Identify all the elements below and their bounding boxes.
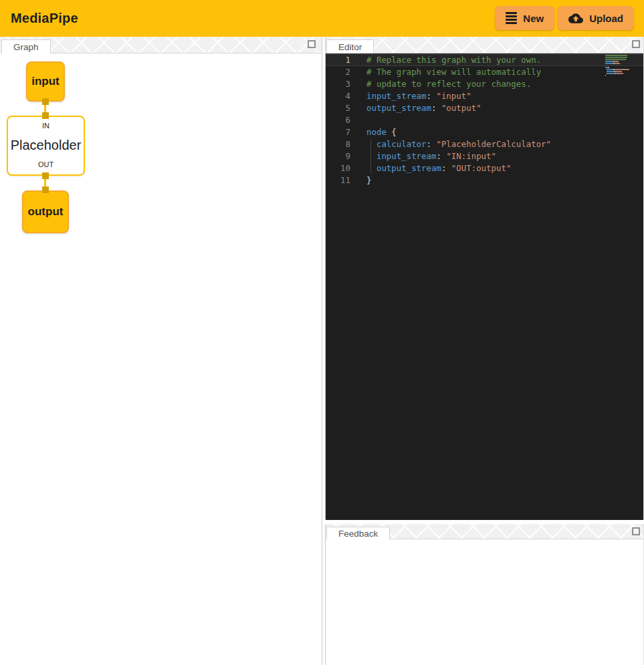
upload-button-label: Upload: [589, 13, 623, 24]
code-line: 3# update to reflect your changes.: [326, 78, 643, 90]
tab-editor-label: Editor: [338, 42, 362, 52]
tab-feedback[interactable]: Feedback: [326, 527, 390, 539]
cloud-upload-icon: [568, 13, 583, 24]
header-bar: MediaPipe New Upload: [0, 0, 644, 37]
tab-editor[interactable]: Editor: [326, 39, 374, 53]
code-line: 1# Replace this graph with your own.: [326, 54, 643, 66]
minimap[interactable]: [605, 55, 629, 77]
code-editor[interactable]: 1# Replace this graph with your own.2# T…: [326, 53, 643, 520]
edge-port-square: [42, 98, 49, 105]
feedback-maximize-icon[interactable]: [632, 527, 640, 535]
app-title: MediaPipe: [11, 11, 78, 26]
line-number: 9: [326, 150, 350, 162]
code-line: 9 input_stream: "IN:input": [326, 150, 643, 162]
code-line: 4input_stream: "input": [326, 90, 643, 102]
code-line: 8 calculator: "PlaceholderCalculator": [326, 138, 643, 150]
graph-canvas[interactable]: input IN Placeholder OUT output: [0, 53, 322, 664]
code-line: 5output_stream: "output": [326, 102, 643, 114]
line-number: 4: [326, 90, 350, 102]
menu-lines-icon: [506, 12, 517, 24]
edge-port-square: [42, 112, 49, 119]
new-button-label: New: [523, 13, 544, 24]
line-number: 11: [326, 174, 350, 186]
graph-panel: Graph input IN Placeholder OUT output: [0, 37, 322, 665]
line-number: 3: [326, 78, 350, 90]
graph-node-input-label: input: [31, 75, 60, 88]
edge-port-square: [42, 172, 49, 179]
editor-tabbar: Editor: [326, 37, 643, 53]
code-line: 2# The graph view will automatically: [326, 66, 643, 78]
tab-feedback-label: Feedback: [338, 529, 378, 539]
new-button[interactable]: New: [495, 6, 554, 30]
line-number: 10: [326, 162, 350, 174]
line-number: 1: [326, 54, 350, 66]
graph-node-placeholder[interactable]: IN Placeholder OUT: [7, 116, 85, 176]
code-line: 6: [326, 114, 643, 126]
code-lines: 1# Replace this graph with your own.2# T…: [326, 54, 643, 186]
tab-graph-label: Graph: [13, 42, 39, 52]
edge-port-square: [42, 186, 49, 193]
graph-node-input[interactable]: input: [26, 61, 65, 102]
placeholder-in-port: IN: [8, 122, 84, 130]
code-line: 10 output_stream: "OUT:output": [326, 162, 643, 174]
line-number: 5: [326, 102, 350, 114]
graph-node-placeholder-label: Placeholder: [8, 138, 84, 153]
code-line: 11}: [326, 174, 643, 186]
placeholder-out-port: OUT: [8, 160, 84, 168]
tab-graph[interactable]: Graph: [1, 39, 51, 53]
line-number: 7: [326, 126, 350, 138]
header-buttons: New Upload: [495, 6, 634, 30]
graph-tabbar: Graph: [0, 37, 322, 53]
feedback-panel: Feedback: [325, 524, 644, 665]
line-number: 6: [326, 114, 350, 126]
code-line: 7node {: [326, 126, 643, 138]
graph-maximize-icon[interactable]: [308, 40, 316, 48]
feedback-tabbar: Feedback: [326, 524, 643, 539]
graph-node-output-label: output: [28, 205, 64, 219]
line-number: 2: [326, 66, 350, 78]
app-window: MediaPipe New Upload Graph input: [0, 0, 644, 665]
feedback-output: [326, 539, 643, 665]
line-number: 8: [326, 138, 350, 150]
editor-panel: Editor 1# Replace this graph with your o…: [325, 37, 644, 520]
indent-guide: [370, 138, 371, 174]
graph-node-output[interactable]: output: [22, 190, 69, 233]
editor-maximize-icon[interactable]: [632, 40, 640, 48]
upload-button[interactable]: Upload: [558, 6, 634, 30]
